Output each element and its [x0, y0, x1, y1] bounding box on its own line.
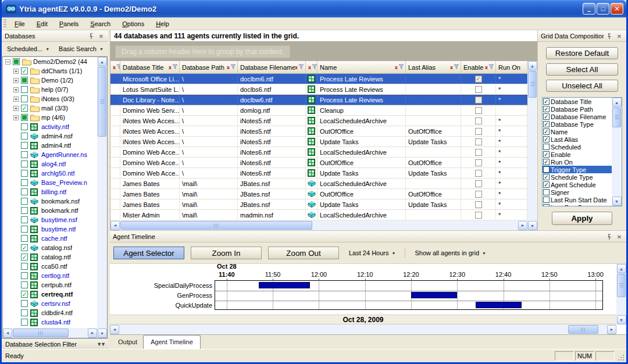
zoom-out-button[interactable]: Zoom Out	[268, 247, 339, 259]
table-row[interactable]: James Bates\mail\JBates.nsfOutOfOfficeOu…	[110, 189, 527, 199]
timeline-bar[interactable]	[259, 282, 309, 288]
tree-checkbox[interactable]	[21, 300, 28, 307]
column-header-enable[interactable]: Enablex	[461, 61, 496, 74]
tree-checkbox[interactable]	[21, 319, 28, 326]
enable-checkbox[interactable]: ✓	[475, 76, 482, 83]
tree-item[interactable]: alog4.ntf	[3, 159, 97, 169]
field-checkbox[interactable]: ✓	[543, 151, 550, 158]
enable-checkbox[interactable]	[475, 138, 482, 145]
tree-item[interactable]: ✓catalog.nsf	[3, 243, 97, 252]
tree-checkbox[interactable]	[21, 86, 28, 93]
scroll-down-icon[interactable]: ▼	[98, 329, 107, 338]
tree-checkbox[interactable]	[21, 77, 28, 84]
tree-checkbox[interactable]	[21, 151, 28, 158]
close-panel-icon[interactable]: ✕	[615, 33, 623, 40]
scrollbar-thumb[interactable]	[120, 221, 312, 230]
scroll-right-icon[interactable]: ►	[88, 329, 97, 338]
scrollbar-thumb[interactable]	[528, 71, 537, 98]
tree-checkbox[interactable]: ✓	[21, 244, 28, 251]
field-checkbox[interactable]: ✓	[543, 181, 550, 188]
field-checkbox[interactable]: ✓	[543, 159, 550, 165]
enable-checkbox[interactable]	[475, 159, 482, 166]
scrollbar-thumb[interactable]	[98, 67, 106, 137]
tree-checkbox[interactable]: ✓	[21, 105, 28, 112]
table-row[interactable]: James Bates\mail\JBates.nsfLocalSchedule…	[110, 179, 527, 189]
column-header-database-filename[interactable]: Database Filenamex	[238, 61, 306, 74]
scroll-down-icon[interactable]: ▼	[617, 315, 626, 324]
field-checkbox[interactable]: ✓	[543, 129, 550, 135]
tab-output[interactable]: Output	[112, 336, 143, 347]
tree-item[interactable]: −Demo2/Demo2 (44	[3, 57, 97, 66]
column-header-name[interactable]: Namex	[317, 61, 406, 74]
expand-icon[interactable]: +	[13, 106, 19, 111]
scroll-left-icon[interactable]: ◄	[110, 325, 119, 334]
tree-checkbox[interactable]	[21, 263, 28, 270]
expand-icon[interactable]: +	[13, 69, 19, 74]
table-row[interactable]: Lotus SmartSuite L...\doclbs6.ntfProcess…	[110, 84, 527, 95]
field-checkbox[interactable]	[543, 189, 550, 195]
scrollbar-thumb[interactable]	[612, 108, 621, 127]
expand-icon[interactable]: +	[13, 87, 19, 92]
composition-field[interactable]: ✓Enable	[543, 151, 612, 158]
tree-checkbox[interactable]	[21, 160, 28, 167]
field-checkbox[interactable]: ✓	[543, 204, 550, 206]
expand-icon[interactable]: +	[13, 78, 19, 83]
expand-icon[interactable]: +	[13, 97, 19, 102]
tree-checkbox[interactable]	[21, 226, 28, 233]
scroll-up-icon[interactable]: ▲	[617, 264, 626, 273]
field-checkbox[interactable]: ✓	[543, 121, 550, 127]
field-checkbox[interactable]: ✓	[543, 98, 550, 105]
tree-horizontal-scrollbar[interactable]: ◄ ►	[3, 328, 97, 338]
pin-icon[interactable]	[605, 233, 613, 241]
composition-field[interactable]: ✓Run On	[543, 158, 612, 166]
column-header-last-alias[interactable]: Last Aliasx	[406, 61, 461, 74]
tree-item[interactable]: activity.ntf	[3, 122, 97, 131]
timeline-bar[interactable]	[476, 302, 522, 308]
composition-field[interactable]: ✓Agent Schedule	[543, 181, 612, 188]
composition-field[interactable]: ✓Last Alias	[543, 135, 612, 143]
field-checkbox[interactable]	[543, 197, 550, 203]
field-checkbox[interactable]: ✓	[543, 136, 550, 142]
tree-checkbox[interactable]	[21, 235, 28, 242]
tree-item[interactable]: ✓certreq.ntf	[3, 290, 97, 299]
pin-icon[interactable]	[87, 33, 95, 40]
tree-item[interactable]: cache.ntf	[3, 234, 97, 243]
table-row[interactable]: Mister Admin\mail\madmin.nsfLocalSchedul…	[110, 210, 527, 220]
scroll-left-icon[interactable]: ◄	[110, 221, 120, 230]
tree-item[interactable]: ✓catalog.ntf	[3, 252, 97, 262]
composition-field[interactable]: ✓Database Path	[543, 105, 612, 113]
table-row[interactable]: iNotes Web Acces...\iNotes5.ntfLocalSche…	[110, 116, 527, 126]
column-header-run-on[interactable]: Run On	[496, 61, 527, 74]
scrollbar-thumb[interactable]	[568, 325, 598, 334]
toolbar-grip[interactable]	[3, 19, 6, 28]
tree-checkbox[interactable]	[21, 95, 28, 102]
tree-item[interactable]: Base_Preview.n	[3, 178, 97, 187]
maximize-button[interactable]: □	[597, 3, 609, 15]
scroll-down-icon[interactable]: ▼	[528, 221, 537, 230]
table-row[interactable]: Domino Web Serv...\domlog.ntfCleanup	[110, 105, 527, 116]
column-header-database-title[interactable]: Database Titlex	[120, 61, 180, 74]
filter-icon[interactable]: x	[169, 64, 178, 71]
column-header-database-path[interactable]: Database Pathx	[180, 61, 238, 74]
tree-item[interactable]: archlg50.ntf	[3, 169, 97, 178]
basic-search-dropdown[interactable]: Basic Search ▼	[56, 44, 106, 54]
tree-checkbox[interactable]	[13, 58, 20, 65]
menu-search[interactable]: Search	[84, 19, 116, 29]
menu-file[interactable]: File	[9, 19, 31, 29]
enable-checkbox[interactable]	[475, 180, 482, 187]
grid-horizontal-scrollbar[interactable]: ◄ ►	[110, 220, 527, 230]
composition-field[interactable]: ✓Database Type	[543, 120, 612, 128]
tree-item[interactable]: cca50.ntf	[3, 262, 97, 271]
tree-checkbox[interactable]	[21, 216, 28, 223]
table-row[interactable]: James Bates\mail\JBates.nsfUpdate TasksU…	[110, 199, 527, 210]
restore-default-button[interactable]: Restore Default	[546, 47, 618, 59]
composition-field[interactable]: ✓Database Title	[543, 98, 612, 105]
table-row[interactable]: Domino Web Acce...\iNotes6.ntfLocalSched…	[110, 147, 527, 158]
agent-selector-button[interactable]: Agent Selector	[113, 247, 184, 259]
tree-item[interactable]: certpub.ntf	[3, 280, 97, 290]
scroll-up-icon[interactable]: ▲	[528, 61, 537, 70]
tree-checkbox[interactable]	[21, 188, 28, 195]
enable-checkbox[interactable]	[475, 117, 482, 124]
scrollbar-thumb[interactable]	[13, 329, 69, 337]
tree-checkbox[interactable]: ✓	[21, 254, 28, 260]
